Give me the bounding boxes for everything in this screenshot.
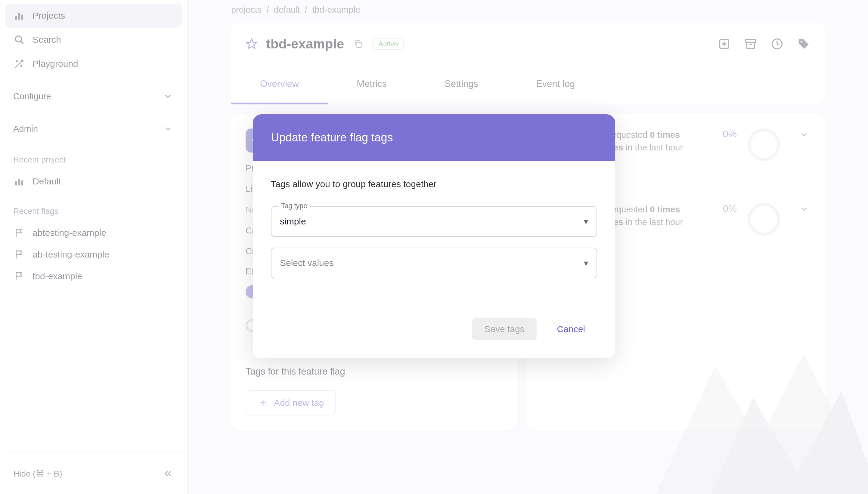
save-tags-button[interactable]: Save tags bbox=[472, 318, 536, 340]
chevron-down-icon: ▾ bbox=[584, 258, 588, 268]
field-placeholder: Select values bbox=[280, 258, 334, 268]
update-tags-modal: Update feature flag tags Tags allow you … bbox=[253, 114, 615, 358]
modal-overlay[interactable]: Update feature flag tags Tags allow you … bbox=[0, 0, 868, 494]
modal-help-text: Tags allow you to group features togethe… bbox=[271, 179, 597, 189]
chevron-down-icon: ▾ bbox=[584, 216, 588, 227]
tag-type-select[interactable]: Tag type simple ▾ bbox=[271, 206, 597, 237]
field-value: simple bbox=[280, 216, 306, 226]
cancel-button[interactable]: Cancel bbox=[545, 318, 597, 340]
modal-title: Update feature flag tags bbox=[253, 114, 615, 161]
tag-values-select[interactable]: Select values ▾ bbox=[271, 248, 597, 278]
field-label: Tag type bbox=[279, 202, 310, 210]
